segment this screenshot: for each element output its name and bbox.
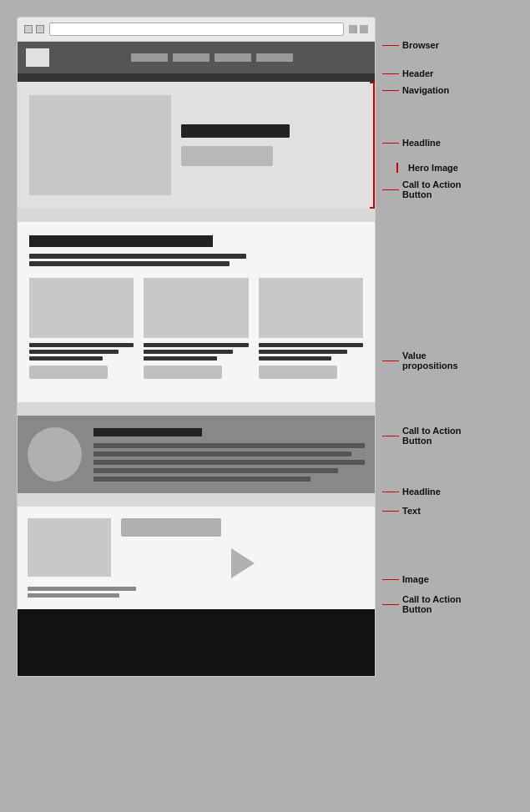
cta-hero-label-text: Call to Action Button	[402, 179, 477, 199]
bottom-cta-button[interactable]	[121, 518, 221, 537]
bottom-image	[28, 518, 111, 577]
header-label-text: Header	[402, 68, 433, 78]
vp-cta-label-dash	[382, 436, 399, 436]
hero-cta-button[interactable]	[181, 146, 273, 166]
vp-cards	[29, 278, 363, 379]
vp-card-3-line-1	[259, 343, 363, 347]
vp-subtext	[29, 254, 363, 266]
vp-card-1-image	[29, 278, 134, 338]
bottom-section	[18, 507, 375, 609]
testimonial-content	[93, 428, 365, 482]
bottom-cta-dash	[382, 604, 399, 605]
testimonial-text-5	[93, 477, 310, 482]
vp-card-3-text	[259, 343, 363, 361]
testimonial-text-3	[93, 460, 365, 465]
header-label-dash	[382, 73, 399, 74]
vp-card-3-line-2	[259, 350, 348, 354]
site-header	[18, 42, 375, 73]
vp-label-dash	[382, 361, 399, 361]
header-label-entry: Header	[382, 68, 433, 78]
header-nav	[58, 53, 366, 62]
bottom-text-2	[28, 593, 119, 598]
vp-card-2-text	[144, 343, 248, 361]
testimonial-text-2	[93, 451, 351, 456]
vp-card-2-cta[interactable]	[144, 366, 222, 379]
section-divider-3	[18, 493, 375, 507]
browser-window-controls	[349, 25, 368, 33]
testimonial-headline	[93, 428, 202, 436]
vp-card-3	[259, 278, 363, 379]
vp-label-entry: Value propositions	[382, 351, 477, 371]
hero-image-label-entry: Hero Image	[392, 163, 458, 173]
browser-back-btn[interactable]	[24, 25, 33, 33]
headline-label-text: Headline	[402, 138, 441, 148]
bottom-image-dash	[382, 579, 399, 580]
bottom-right-content	[121, 518, 365, 578]
testimonial-text-1	[93, 443, 365, 448]
cta-hero-label-dash	[382, 189, 399, 190]
nav-item-3[interactable]	[215, 53, 251, 62]
hero-image-label-text: Hero Image	[396, 163, 458, 173]
arrow-icon	[231, 548, 255, 578]
vp-card-1-line-3	[29, 356, 103, 361]
testimonial-text-4	[93, 468, 338, 473]
browser-minimize-btn[interactable]	[349, 25, 357, 33]
value-props-section	[18, 222, 375, 402]
vp-label-text: Value propositions	[402, 351, 477, 371]
vp-card-2	[144, 278, 248, 379]
vp-card-1-text	[29, 343, 134, 361]
vp-card-1-line-2	[29, 350, 119, 354]
testimonial-headline-dash	[382, 492, 399, 492]
nav-label-dash	[382, 90, 399, 91]
testimonial-section	[18, 416, 375, 493]
vp-card-2-image	[144, 278, 248, 338]
bottom-arrow	[121, 548, 365, 578]
browser-label-text: Browser	[402, 40, 439, 50]
bottom-text-1	[28, 587, 136, 591]
browser-label-dash	[382, 45, 399, 46]
testimonial-text-label-text: Text	[402, 506, 421, 516]
nav-item-2[interactable]	[173, 53, 209, 62]
vp-card-2-line-1	[144, 343, 248, 347]
vp-subtext-line-1	[29, 254, 246, 259]
nav-item-1[interactable]	[131, 53, 168, 62]
testimonial-text-dash	[382, 511, 399, 512]
browser-address-bar[interactable]	[49, 23, 344, 36]
spacer	[392, 168, 393, 169]
browser-nav-buttons	[24, 25, 44, 33]
vp-cta-label-text: Call to Action Button	[402, 426, 477, 446]
hero-image	[29, 95, 171, 195]
vp-card-3-cta[interactable]	[259, 366, 337, 379]
browser-maximize-btn[interactable]	[360, 25, 368, 33]
testimonial-avatar	[28, 427, 82, 482]
hero-bracket	[370, 82, 375, 209]
hero-headline	[181, 124, 290, 138]
headline-label-entry: Headline	[382, 138, 441, 148]
header-logo	[26, 48, 49, 67]
website-wireframe	[17, 42, 376, 677]
page-root: Browser Header Navigation Headline Hero …	[17, 17, 513, 677]
hero-section	[18, 82, 375, 209]
vp-card-2-line-3	[144, 356, 217, 361]
vp-headline	[29, 235, 213, 247]
vp-card-2-line-2	[144, 350, 233, 354]
headline-label-dash	[382, 143, 399, 144]
bottom-cta-label-entry: Call to Action Button	[382, 594, 477, 614]
site-footer	[18, 609, 375, 676]
vp-cta-label-entry: Call to Action Button	[382, 426, 477, 446]
nav-label-entry: Navigation	[382, 85, 449, 95]
section-divider-1	[18, 209, 375, 222]
vp-subtext-line-2	[29, 261, 230, 266]
vp-card-3-image	[259, 278, 363, 338]
browser-forward-btn[interactable]	[36, 25, 44, 33]
testimonial-text-label-entry: Text	[382, 506, 421, 516]
wireframe	[17, 17, 376, 677]
bottom-image-label-entry: Image	[382, 574, 429, 584]
section-divider-2	[18, 402, 375, 416]
hero-content	[181, 95, 363, 195]
vp-card-1-cta[interactable]	[29, 366, 108, 379]
site-navigation-bar	[18, 73, 375, 82]
cta-hero-label-entry: Call to Action Button	[382, 179, 477, 199]
nav-item-4[interactable]	[256, 53, 293, 62]
bottom-text-lines	[28, 587, 365, 598]
